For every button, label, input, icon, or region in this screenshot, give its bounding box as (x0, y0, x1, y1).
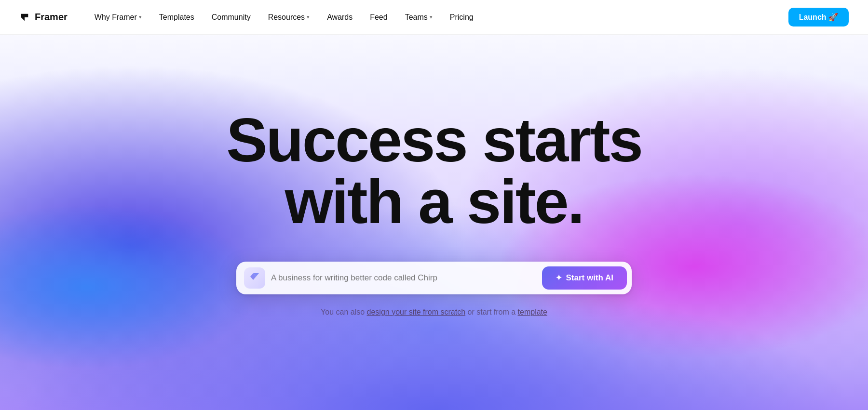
hero-title: Success starts with a site. (226, 109, 642, 233)
nav-label-awards: Awards (327, 13, 353, 22)
start-with-ai-button[interactable]: ✦ Start with AI (542, 266, 627, 290)
nav-item-resources[interactable]: Resources ▾ (260, 9, 317, 26)
logo-link[interactable]: Framer (19, 12, 68, 23)
hero-title-line2: with a site. (285, 167, 583, 236)
nav-label-why-framer: Why Framer (95, 13, 137, 22)
design-from-scratch-link[interactable]: design your site from scratch (367, 308, 466, 316)
hero-sub-prefix: You can also (321, 308, 366, 316)
start-btn-label: Start with AI (566, 273, 613, 283)
hero-subtext: You can also design your site from scrat… (321, 308, 547, 317)
template-link[interactable]: template (518, 308, 547, 316)
logo-text: Framer (35, 12, 68, 23)
hero-sub-mid: or start from a (468, 308, 518, 316)
nav-item-pricing[interactable]: Pricing (442, 9, 481, 26)
nav-label-resources: Resources (268, 13, 305, 22)
nav-links: Why Framer ▾ Templates Community Resourc… (87, 9, 788, 26)
nav-item-why-framer[interactable]: Why Framer ▾ (87, 9, 149, 26)
ai-icon-box (244, 267, 265, 289)
launch-button[interactable]: Launch 🚀 (788, 8, 849, 26)
navbar: Framer Why Framer ▾ Templates Community … (0, 0, 868, 35)
nav-label-pricing: Pricing (450, 13, 474, 22)
nav-item-feed[interactable]: Feed (362, 9, 395, 26)
ai-text-input[interactable] (271, 273, 536, 283)
hero-content: Success starts with a site. ✦ Start with… (207, 109, 661, 317)
nav-item-community[interactable]: Community (204, 9, 258, 26)
nav-label-teams: Teams (405, 13, 428, 22)
nav-item-awards[interactable]: Awards (319, 9, 360, 26)
nav-label-templates: Templates (159, 13, 194, 22)
nav-item-teams[interactable]: Teams ▾ (397, 9, 440, 26)
chevron-down-icon: ▾ (139, 14, 142, 20)
framer-logo-icon (19, 12, 30, 23)
ai-icon-label (249, 272, 260, 284)
sparkle-icon: ✦ (556, 273, 562, 282)
nav-label-community: Community (212, 13, 251, 22)
nav-label-feed: Feed (370, 13, 387, 22)
hero-title-line1: Success starts (226, 106, 642, 174)
chevron-down-icon-teams: ▾ (430, 14, 433, 20)
hero-section: Success starts with a site. ✦ Start with… (0, 0, 868, 410)
chevron-down-icon-resources: ▾ (307, 14, 310, 20)
launch-button-label: Launch 🚀 (799, 13, 838, 22)
nav-item-templates[interactable]: Templates (151, 9, 202, 26)
ai-input-bar: ✦ Start with AI (236, 262, 632, 294)
